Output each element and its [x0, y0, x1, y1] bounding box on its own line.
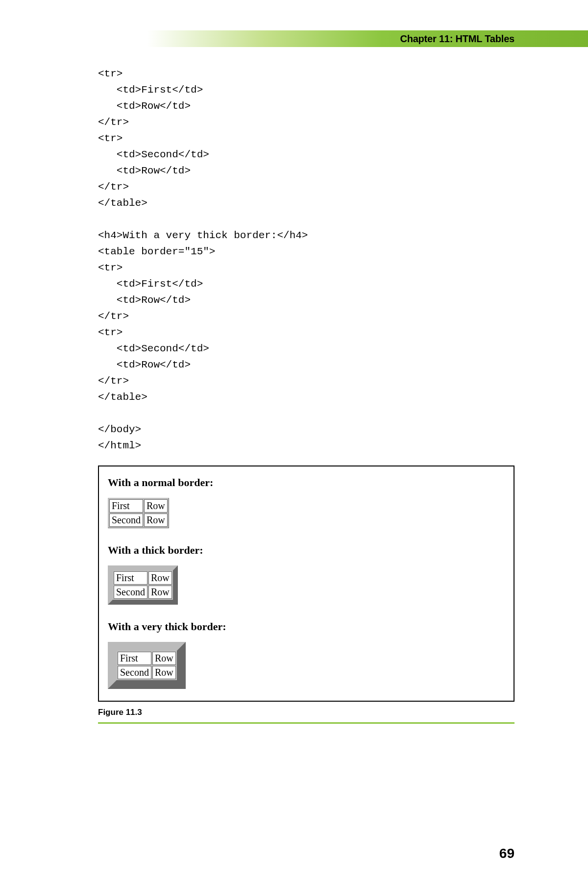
table-row: Second Row	[114, 586, 172, 599]
table-row: Second Row	[118, 666, 176, 679]
table-row: First Row	[114, 571, 172, 585]
table-cell: Row	[148, 571, 172, 585]
table-cell: First	[118, 652, 151, 665]
code-listing: <tr> <td>First</td> <td>Row</td> </tr> <…	[98, 66, 588, 454]
output-table-very-thick: First Row Second Row	[108, 642, 186, 689]
table-row: First Row	[118, 652, 176, 665]
output-heading-normal: With a normal border:	[108, 476, 505, 489]
table-cell: Row	[144, 514, 168, 527]
table-cell: Second	[109, 514, 143, 527]
table-cell: First	[109, 499, 143, 513]
chapter-title: Chapter 11: HTML Tables	[400, 33, 514, 45]
section-divider	[98, 722, 514, 724]
chapter-header-bar: Chapter 11: HTML Tables	[0, 30, 588, 47]
table-cell: First	[114, 571, 147, 585]
rendered-output-box: With a normal border: First Row Second R…	[98, 466, 514, 702]
figure-caption: Figure 11.3	[98, 708, 588, 717]
table-cell: Row	[144, 499, 168, 513]
output-table-thick: First Row Second Row	[108, 565, 178, 605]
table-cell: Row	[152, 666, 176, 679]
table-cell: Row	[148, 586, 172, 599]
table-row: Second Row	[109, 514, 168, 527]
table-cell: Second	[118, 666, 151, 679]
table-row: First Row	[109, 499, 168, 513]
output-heading-very-thick: With a very thick border:	[108, 620, 505, 633]
table-cell: Row	[152, 652, 176, 665]
output-heading-thick: With a thick border:	[108, 544, 505, 557]
page-number: 69	[499, 846, 514, 861]
output-table-normal: First Row Second Row	[108, 498, 169, 528]
table-cell: Second	[114, 586, 147, 599]
